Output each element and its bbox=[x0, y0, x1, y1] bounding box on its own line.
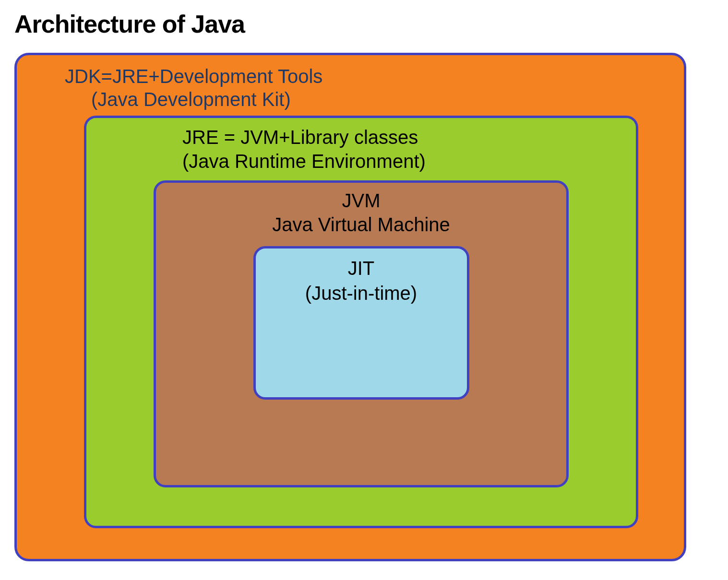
jre-label: JRE = JVM+Library classes (Java Runtime … bbox=[182, 125, 602, 173]
jvm-label-line2: Java Virtual Machine bbox=[175, 213, 547, 237]
jvm-label-line1: JVM bbox=[175, 189, 547, 213]
jre-label-line2: (Java Runtime Environment) bbox=[182, 149, 602, 173]
jdk-label-line1: JDK=JRE+Development Tools bbox=[65, 65, 655, 88]
jvm-container: JVM Java Virtual Machine JIT (Just-in-ti… bbox=[154, 180, 569, 487]
jit-label-line2: (Just-in-time) bbox=[265, 281, 457, 306]
jre-label-line1: JRE = JVM+Library classes bbox=[182, 125, 602, 149]
jdk-label-line2: (Java Development Kit) bbox=[91, 88, 655, 111]
jre-container: JRE = JVM+Library classes (Java Runtime … bbox=[84, 116, 638, 528]
page-title: Architecture of Java bbox=[14, 10, 714, 38]
jit-label-line1: JIT bbox=[265, 256, 457, 281]
jdk-label: JDK=JRE+Development Tools (Java Developm… bbox=[65, 65, 655, 111]
jit-container: JIT (Just-in-time) bbox=[253, 246, 469, 400]
jdk-container: JDK=JRE+Development Tools (Java Developm… bbox=[14, 53, 686, 561]
jit-label: JIT (Just-in-time) bbox=[265, 256, 457, 306]
jvm-label: JVM Java Virtual Machine bbox=[175, 189, 547, 237]
